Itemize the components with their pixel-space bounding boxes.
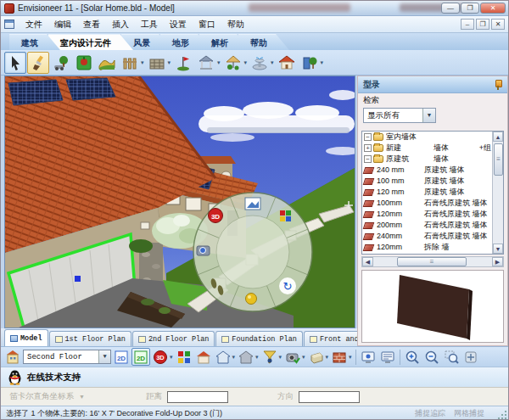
grid-snap-toggle[interactable]: 网格捕捉 xyxy=(454,408,484,419)
gold-ball-icon[interactable] xyxy=(246,294,257,305)
brick-texture-icon[interactable] xyxy=(330,348,349,366)
tree-horizontal-scrollbar[interactable]: ◀ ▶ xyxy=(361,256,504,267)
rotate-view-icon[interactable]: ↻ xyxy=(279,277,296,294)
menu-file[interactable]: 文件 xyxy=(20,17,48,32)
gazebo-icon[interactable] xyxy=(195,52,217,74)
navigation-wheel[interactable]: ↻ 3D xyxy=(193,193,312,311)
house-outline-caret[interactable]: ▾ xyxy=(232,354,236,361)
scroll-left-icon[interactable]: ◀ xyxy=(362,257,373,266)
view-tab-model[interactable]: Model xyxy=(4,329,48,346)
scroll-down-icon[interactable]: ▼ xyxy=(493,244,503,254)
item-preview-pane[interactable] xyxy=(361,270,504,343)
tree-item-wall[interactable]: 100mm石膏线原建筑 墙体 xyxy=(362,198,503,209)
view-3d-icon[interactable]: 3D xyxy=(151,348,170,366)
model-viewport[interactable]: ↻ 3D xyxy=(4,76,355,328)
tree-item-new[interactable]: +新建墙体+组 xyxy=(362,143,503,154)
mdi-restore-button[interactable]: ❐ xyxy=(476,19,489,30)
camera-caret[interactable]: ▾ xyxy=(302,354,305,361)
tree-item-wall[interactable]: 120mm拆除 墙 xyxy=(362,242,503,253)
camera-render-icon[interactable] xyxy=(197,246,210,255)
flag-pole-icon[interactable] xyxy=(172,52,194,74)
tree-item-wall[interactable]: 120mm石膏线原建筑 墙体 xyxy=(362,209,503,220)
chevron-down-icon[interactable]: ▼ xyxy=(79,394,85,400)
fence-icon[interactable] xyxy=(119,52,141,74)
minimize-button[interactable]: — xyxy=(441,3,460,14)
distance-input[interactable] xyxy=(167,391,228,403)
scroll-thumb[interactable] xyxy=(397,257,467,266)
plan-2d-active-icon[interactable]: 2D xyxy=(131,348,150,366)
view-3d-caret[interactable]: ▾ xyxy=(170,354,173,361)
roof-house-icon[interactable] xyxy=(194,348,213,366)
floor-selector[interactable]: Second Floor ▼ xyxy=(23,350,111,364)
coordinate-system-label[interactable]: 笛卡尔直角坐标系 xyxy=(9,391,74,402)
collapse-icon[interactable]: − xyxy=(364,155,372,163)
slab-caret[interactable]: ▾ xyxy=(326,354,329,361)
brick-caret[interactable]: ▾ xyxy=(349,354,352,361)
landscaping-icon[interactable] xyxy=(50,52,72,74)
picture-view-icon[interactable] xyxy=(245,198,260,210)
snapshot-camera-icon[interactable] xyxy=(283,348,302,366)
menu-edit[interactable]: 编辑 xyxy=(48,17,77,32)
maximize-button[interactable]: ❐ xyxy=(461,3,479,14)
tree-item-wall[interactable]: 200mm石膏线原建筑 墙体 xyxy=(362,220,503,231)
wall-dropdown-caret[interactable]: ▾ xyxy=(168,59,171,66)
mdi-minimize-button[interactable]: – xyxy=(461,19,474,30)
tab-interior-design[interactable]: 室内设计元件 xyxy=(48,34,133,50)
menu-view[interactable]: 查看 xyxy=(77,17,106,32)
tree-item-wall[interactable]: 240mm拆除 墙 xyxy=(362,253,503,255)
document-icon[interactable] xyxy=(4,20,14,29)
gazebo-dropdown-caret[interactable]: ▾ xyxy=(217,59,221,66)
chevron-down-icon[interactable]: ▼ xyxy=(422,109,435,122)
filter-dropdown[interactable]: 显示所有 ▼ xyxy=(363,108,436,123)
direction-input[interactable] xyxy=(299,391,360,403)
display-monitor-icon[interactable] xyxy=(359,348,378,366)
plan-2d-icon[interactable]: 2D xyxy=(112,348,131,366)
scroll-thumb[interactable] xyxy=(494,143,503,176)
filter-caret[interactable]: ▾ xyxy=(279,354,282,361)
retaining-wall-icon[interactable] xyxy=(146,52,168,74)
house-gray-caret[interactable]: ▾ xyxy=(255,354,259,361)
paint-brush-icon[interactable] xyxy=(27,52,49,74)
door-dropdown-caret[interactable]: ▾ xyxy=(321,59,324,66)
fountain-dropdown-caret[interactable]: ▾ xyxy=(271,59,274,66)
zoom-in-icon[interactable] xyxy=(403,348,422,366)
solid-slab-icon[interactable] xyxy=(307,348,326,366)
menu-insert[interactable]: 插入 xyxy=(106,17,135,32)
fence-dropdown-caret[interactable]: ▾ xyxy=(141,59,144,66)
render-styles-icon[interactable] xyxy=(175,348,193,366)
qq-penguin-icon[interactable] xyxy=(8,369,22,385)
patio-umbrella-icon[interactable] xyxy=(222,52,244,74)
support-link[interactable]: 在线技术支持 xyxy=(27,372,81,384)
playhouse-icon[interactable] xyxy=(276,52,298,74)
tree-item-wall[interactable]: 240 mm原建筑 墙体 xyxy=(362,165,503,176)
selection-handle[interactable] xyxy=(75,276,81,282)
garden-door-icon[interactable] xyxy=(299,52,321,74)
view-tab-1st-floor[interactable]: 1st Floor Plan xyxy=(49,331,131,346)
tree-item-wall[interactable]: 240mm石膏线原建筑 墙体 xyxy=(362,231,503,242)
menu-help[interactable]: 帮助 xyxy=(221,17,250,32)
tree-item-wall[interactable]: 120 mm原建筑 墙体 xyxy=(362,187,503,198)
resize-grip[interactable] xyxy=(496,409,507,420)
collapse-icon[interactable]: − xyxy=(364,133,372,141)
snap-tracking-toggle[interactable]: 捕捉追踪 xyxy=(415,408,445,419)
umbrella-dropdown-caret[interactable]: ▾ xyxy=(244,59,248,66)
scroll-right-icon[interactable]: ▶ xyxy=(492,257,503,266)
tree-item-wall[interactable]: 100 mm原建筑 墙体 xyxy=(362,176,503,187)
pushpin-icon[interactable] xyxy=(494,80,502,90)
scroll-up-icon[interactable]: ▲ xyxy=(493,132,503,142)
zoom-window-icon[interactable] xyxy=(442,348,461,366)
view-tab-foundation[interactable]: Foundation Plan xyxy=(215,331,303,346)
expand-icon[interactable]: + xyxy=(364,144,372,152)
menu-window[interactable]: 窗口 xyxy=(193,17,221,32)
view-tab-2nd-floor[interactable]: 2nd Floor Plan xyxy=(132,331,215,346)
select-arrow-icon[interactable] xyxy=(4,52,26,74)
building-levels-icon[interactable] xyxy=(3,348,22,366)
tree-item-original[interactable]: −原建筑墙体 xyxy=(362,154,503,165)
house-outline-icon[interactable] xyxy=(214,348,232,366)
zoom-out-icon[interactable] xyxy=(422,348,441,366)
pan-view-icon[interactable] xyxy=(461,348,480,366)
visual-filter-icon[interactable] xyxy=(260,348,279,366)
fountain-icon[interactable] xyxy=(249,52,271,74)
display-settings-icon[interactable] xyxy=(378,348,397,366)
close-button[interactable]: ✕ xyxy=(480,3,506,14)
